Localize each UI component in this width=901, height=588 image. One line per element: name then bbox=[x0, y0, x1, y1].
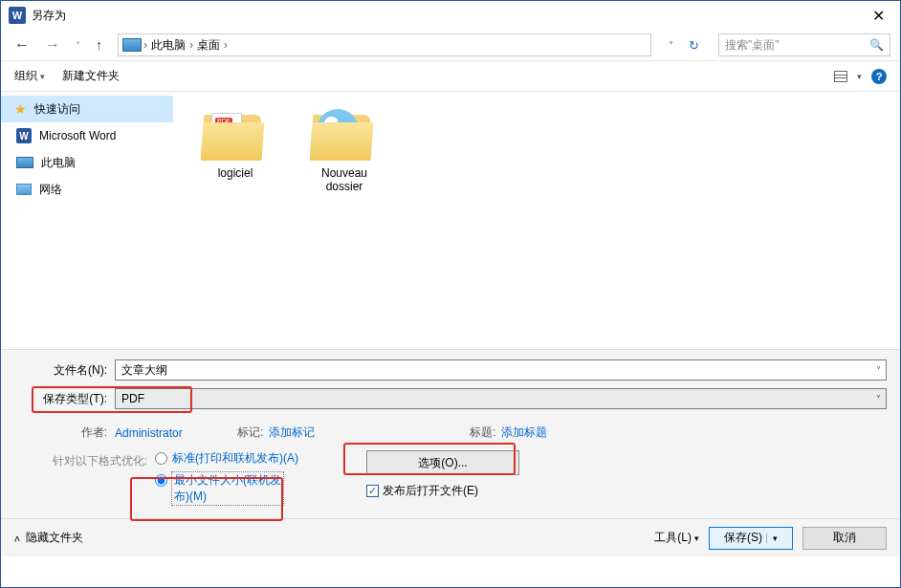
refresh-button[interactable]: ↻ bbox=[683, 38, 705, 53]
sidebar-item-quick-access[interactable]: ★ 快速访问 bbox=[1, 96, 173, 122]
radio-minimum[interactable]: 最小文件大小(联机发布)(M) bbox=[155, 472, 298, 505]
computer-icon bbox=[122, 38, 142, 52]
back-button[interactable]: ← bbox=[11, 36, 33, 54]
tools-dropdown[interactable]: 工具(L) ▾ bbox=[654, 530, 699, 546]
view-mode-button[interactable] bbox=[834, 71, 847, 82]
new-folder-button[interactable]: 新建文件夹 bbox=[62, 68, 120, 84]
close-button[interactable]: ✕ bbox=[865, 7, 892, 25]
filename-input[interactable] bbox=[115, 359, 887, 381]
sidebar-item-label: 此电脑 bbox=[41, 155, 76, 171]
search-placeholder: 搜索"桌面" bbox=[725, 37, 780, 54]
folder-label: logiciel bbox=[218, 166, 253, 180]
sidebar-item-label: 快速访问 bbox=[34, 101, 80, 118]
title-label: 标题: bbox=[470, 425, 495, 441]
folder-label: Nouveau dossier bbox=[301, 166, 387, 193]
window-title: 另存为 bbox=[32, 8, 66, 24]
sidebar-item-this-pc[interactable]: 此电脑 bbox=[1, 149, 173, 176]
organize-button[interactable]: 组织 ▾ bbox=[14, 68, 45, 84]
optimize-label: 针对以下格式优化: bbox=[14, 450, 155, 511]
author-value[interactable]: Administrator bbox=[115, 426, 183, 440]
sidebar-item-label: Microsoft Word bbox=[39, 129, 116, 142]
search-icon: 🔍 bbox=[869, 38, 884, 52]
hide-folders-toggle[interactable]: ʌ 隐藏文件夹 bbox=[14, 530, 83, 546]
breadcrumb-dropdown[interactable]: ˅ bbox=[663, 40, 679, 51]
sidebar-item-network[interactable]: 网络 bbox=[1, 176, 173, 203]
toolbar: 组织 ▾ 新建文件夹 ▾ ? bbox=[1, 60, 900, 91]
filename-label: 文件名(N): bbox=[14, 362, 115, 379]
savetype-select[interactable] bbox=[115, 388, 887, 409]
checkbox-icon: ✓ bbox=[366, 485, 379, 497]
help-button[interactable]: ? bbox=[871, 69, 887, 84]
sidebar: ★ 快速访问 W Microsoft Word 此电脑 网络 bbox=[1, 92, 173, 349]
radio-standard[interactable]: 标准(打印和联机发布)(A) bbox=[155, 450, 298, 467]
monitor-icon bbox=[16, 157, 33, 168]
forward-button[interactable]: → bbox=[41, 36, 64, 54]
cancel-button[interactable]: 取消 bbox=[802, 527, 887, 550]
tag-value[interactable]: 添加标记 bbox=[269, 425, 315, 441]
breadcrumb-item[interactable]: 桌面 bbox=[195, 37, 222, 54]
star-icon: ★ bbox=[14, 101, 27, 117]
title-value[interactable]: 添加标题 bbox=[501, 425, 547, 441]
network-icon bbox=[16, 184, 32, 195]
word-icon: W bbox=[16, 128, 32, 143]
tag-label: 标记: bbox=[237, 425, 263, 441]
save-form: 文件名(N): ˅ 保存类型(T): ˅ 作者: Administrator 标… bbox=[1, 349, 900, 518]
folder-item[interactable]: logiciel bbox=[192, 107, 278, 180]
history-dropdown[interactable]: ˅ bbox=[72, 40, 84, 51]
save-button[interactable]: 保存(S) ▾ bbox=[709, 527, 793, 550]
titlebar: W 另存为 ✕ bbox=[1, 1, 900, 30]
sidebar-item-label: 网络 bbox=[39, 182, 62, 198]
view-mode-dropdown[interactable]: ▾ bbox=[857, 72, 862, 81]
publish-after-checkbox[interactable]: ✓ 发布后打开文件(E) bbox=[366, 483, 519, 499]
search-input[interactable]: 搜索"桌面" 🔍 bbox=[718, 33, 890, 56]
up-button[interactable]: ↑ bbox=[92, 37, 106, 53]
footer: ʌ 隐藏文件夹 工具(L) ▾ 保存(S) ▾ 取消 bbox=[1, 518, 900, 556]
main-area: ★ 快速访问 W Microsoft Word 此电脑 网络 logiciel bbox=[1, 91, 900, 349]
breadcrumb-item[interactable]: 此电脑 bbox=[149, 37, 187, 54]
sidebar-item-word[interactable]: W Microsoft Word bbox=[1, 122, 173, 149]
folder-item[interactable]: Nouveau dossier bbox=[301, 107, 387, 193]
author-label: 作者: bbox=[14, 425, 115, 441]
file-list[interactable]: logiciel Nouveau dossier bbox=[173, 92, 900, 349]
breadcrumb-bar[interactable]: › 此电脑 › 桌面 › bbox=[118, 33, 651, 56]
savetype-label: 保存类型(T): bbox=[14, 391, 115, 407]
word-app-icon: W bbox=[9, 7, 26, 24]
options-button[interactable]: 选项(O)... bbox=[366, 450, 519, 475]
nav-bar: ← → ˅ ↑ › 此电脑 › 桌面 › ˅ ↻ 搜索"桌面" 🔍 bbox=[1, 30, 900, 60]
